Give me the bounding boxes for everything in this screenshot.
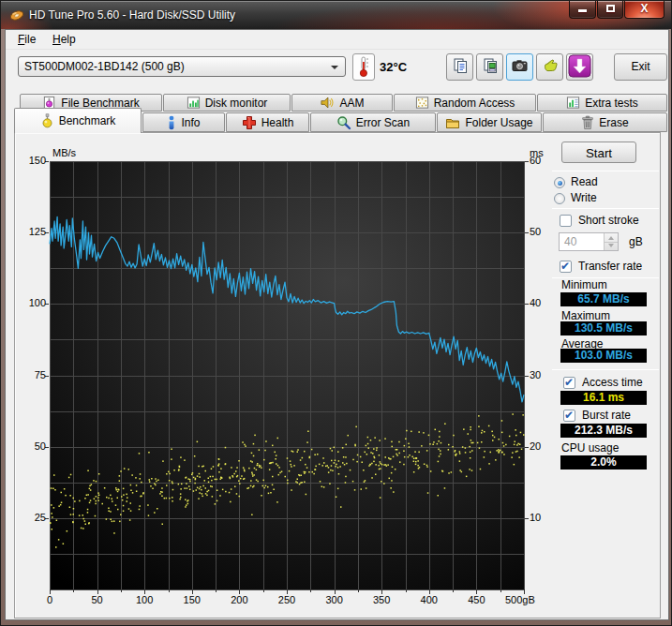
menu-separator (6, 49, 668, 50)
maximize-button[interactable] (597, 1, 623, 19)
axis-tick-label: 40 (530, 297, 552, 308)
access-time-checkbox[interactable] (563, 377, 575, 389)
spinner-buttons[interactable] (604, 233, 618, 250)
axis-tick-label: 75 (23, 369, 46, 380)
hand-icon (542, 57, 559, 77)
panel-separator (552, 369, 659, 370)
download-arrow-button[interactable] (566, 53, 593, 81)
tab-label: Health (261, 116, 294, 129)
x-axis-tick-label: 0 (31, 594, 68, 605)
transfer-rate-checkbox[interactable] (560, 261, 572, 273)
tab-random-access[interactable]: Random Access (394, 94, 536, 112)
exit-button[interactable]: Exit (614, 53, 667, 81)
axis-tick-label: 10 (530, 512, 552, 523)
minimum-value: 65.7 MB/s (560, 292, 647, 306)
x-axis-tick-label: 300 (316, 594, 353, 605)
close-icon: X (640, 2, 648, 15)
temperature-button[interactable] (352, 53, 375, 81)
close-button[interactable]: X (624, 1, 665, 19)
y-left-axis-unit: MB/s (52, 147, 76, 158)
axis-tick-label: 50 (23, 440, 46, 452)
copy-image-icon (482, 57, 499, 77)
camera-button[interactable] (506, 53, 533, 81)
axis-tick-label: 150 (23, 155, 46, 166)
x-axis-tick-label: 200 (220, 594, 258, 605)
start-button[interactable]: Start (561, 142, 636, 163)
write-radio-label[interactable]: Write (571, 191, 597, 204)
tab-benchmark[interactable]: Benchmark (14, 108, 142, 133)
transfer-rate-label[interactable]: Transfer rate (578, 260, 642, 273)
hand-button[interactable] (536, 53, 563, 81)
tab-folder-usage[interactable]: Folder Usage (437, 112, 542, 132)
panel-separator (552, 208, 659, 209)
drive-select-combobox[interactable]: ST500DM002-1BD142 (500 gB) (18, 56, 346, 77)
copy-text-icon (452, 57, 469, 77)
x-axis-tick-label: 100 (126, 594, 163, 605)
read-radio-label[interactable]: Read (571, 175, 598, 188)
axis-tick-label: 30 (530, 369, 552, 380)
average-value: 103.0 MB/s (560, 349, 647, 363)
tab-extra-tests[interactable]: Extra tests (537, 94, 667, 112)
write-radio[interactable] (554, 193, 565, 204)
burst-rate-checkbox[interactable] (563, 410, 575, 422)
burst-rate-label[interactable]: Burst rate (582, 409, 631, 422)
tab-label: Folder Usage (465, 116, 532, 129)
access-time-label[interactable]: Access time (582, 376, 643, 389)
app-window: HD Tune Pro 5.60 - Hard Disk/SSD Utility… (0, 0, 672, 626)
menu-item-file[interactable]: File (10, 31, 43, 48)
panel-separator (552, 171, 659, 171)
tab-disk-monitor[interactable]: Disk monitor (163, 94, 291, 112)
read-radio[interactable] (554, 177, 565, 188)
benchmark-plot (50, 161, 524, 589)
y-right-axis-unit: ms (530, 147, 544, 158)
title-bar: HD Tune Pro 5.60 - Hard Disk/SSD Utility… (1, 1, 671, 29)
short-stroke-checkbox[interactable] (560, 215, 572, 227)
maximum-value: 130.5 MB/s (560, 321, 647, 335)
tab-label: Extra tests (585, 97, 638, 110)
short-stroke-size-value: 40 (564, 235, 576, 248)
tab-label: Benchmark (59, 114, 116, 127)
axis-tick-label: 50 (530, 226, 552, 237)
access-time-value: 16.1 ms (560, 391, 647, 405)
tab-label: Disk monitor (205, 97, 268, 110)
dropdown-arrow-icon (331, 66, 338, 69)
maximize-icon (606, 5, 615, 12)
axis-tick-label: 125 (23, 226, 46, 237)
x-axis-tick-label: 50 (79, 594, 116, 605)
camera-icon (511, 57, 529, 77)
tab-aam[interactable]: AAM (291, 94, 393, 112)
tab-error-scan[interactable]: Error Scan (310, 112, 436, 132)
tab-label: Erase (599, 116, 628, 129)
axis-tick-label: 20 (530, 440, 552, 452)
menu-item-help[interactable]: Help (45, 31, 83, 48)
cpu-usage-label: CPU usage (561, 441, 619, 455)
tab-label: AAM (339, 97, 364, 110)
minimize-button[interactable] (569, 1, 596, 19)
copy-text-button[interactable] (446, 53, 473, 81)
x-axis-tick-label: 150 (173, 594, 211, 605)
x-axis-tick-label: 250 (268, 594, 306, 605)
drive-select-value: ST500DM002-1BD142 (500 gB) (24, 60, 185, 73)
tab-health[interactable]: Health (226, 112, 309, 132)
minimum-label: Minimum (561, 278, 607, 291)
burst-rate-value: 212.3 MB/s (560, 424, 647, 438)
thermometer-icon (353, 54, 374, 80)
copy-image-button[interactable] (476, 53, 503, 81)
tab-label: Error Scan (356, 116, 410, 129)
cpu-usage-value: 2.0% (560, 455, 647, 470)
x-axis-tick-label: 350 (363, 594, 400, 605)
x-axis-tick-label: 500gB (505, 594, 558, 605)
download-arrow-icon (568, 54, 591, 81)
window-title: HD Tune Pro 5.60 - Hard Disk/SSD Utility (29, 8, 235, 22)
hdtune-logo-icon (9, 7, 24, 22)
spinner-up-icon (608, 236, 614, 240)
tab-info[interactable]: Info (142, 112, 225, 132)
tab-label: Random Access (434, 97, 515, 110)
temperature-value: 32°C (380, 60, 407, 74)
spinner-down-icon (608, 244, 614, 247)
axis-tick-label: 25 (23, 512, 46, 523)
tab-erase[interactable]: Erase (543, 112, 667, 132)
tab-label: Info (181, 116, 200, 129)
short-stroke-label[interactable]: Short stroke (578, 214, 639, 227)
short-stroke-size-spinner[interactable]: 40 (559, 232, 619, 251)
